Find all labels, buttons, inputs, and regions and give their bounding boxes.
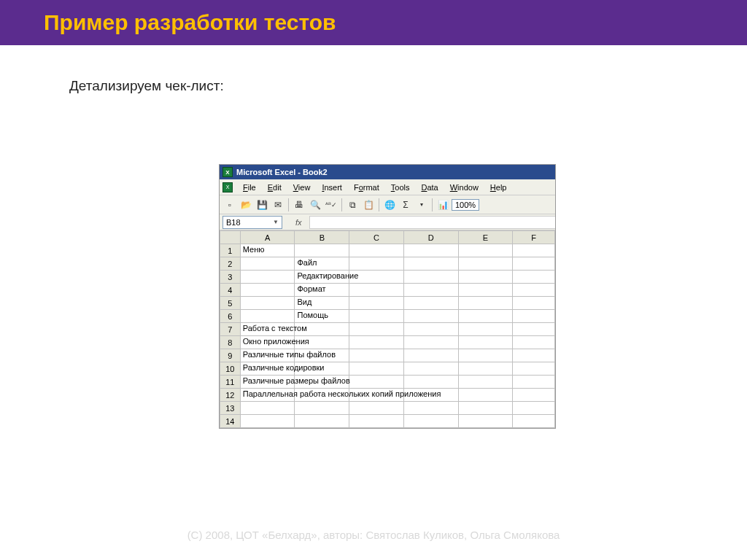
cell[interactable] — [295, 402, 349, 415]
menu-tools[interactable]: Tools — [385, 182, 416, 193]
row-header[interactable]: 10 — [220, 362, 241, 376]
cell[interactable] — [403, 284, 458, 297]
cell[interactable] — [458, 244, 513, 257]
save-icon[interactable]: 💾 — [255, 198, 269, 212]
col-header-F[interactable]: F — [513, 231, 555, 244]
cell[interactable]: Формат — [295, 284, 349, 297]
new-icon[interactable]: ▫ — [222, 198, 237, 212]
dropdown-icon[interactable]: ▾ — [414, 198, 429, 212]
menu-edit[interactable]: Edit — [262, 182, 287, 193]
row-header[interactable]: 4 — [220, 284, 241, 297]
cell[interactable]: Помощь — [295, 310, 349, 323]
row-header[interactable]: 2 — [220, 257, 241, 271]
copy-icon[interactable]: ⧉ — [345, 198, 360, 212]
col-header-A[interactable]: A — [240, 231, 295, 244]
row-header[interactable]: 14 — [220, 415, 241, 428]
cell[interactable] — [403, 323, 458, 336]
open-icon[interactable]: 📂 — [239, 198, 253, 212]
cell[interactable] — [349, 376, 404, 389]
cell[interactable] — [240, 284, 295, 297]
cell[interactable] — [349, 349, 404, 362]
cell[interactable] — [458, 362, 513, 376]
row-header[interactable]: 7 — [220, 323, 241, 336]
print-preview-icon[interactable]: 🔍 — [308, 198, 322, 212]
spellcheck-icon[interactable]: ᴬᴮ✓ — [324, 198, 338, 212]
cell[interactable] — [403, 336, 458, 349]
cell[interactable] — [403, 362, 458, 376]
cell[interactable] — [458, 271, 513, 284]
spreadsheet-grid[interactable]: A B C D E F 1Меню2Файл3Редактирование4Фо… — [220, 230, 555, 428]
name-box[interactable]: B18 ▼ — [222, 216, 282, 229]
cell[interactable] — [403, 297, 458, 310]
cell[interactable] — [513, 323, 555, 336]
autosum-icon[interactable]: Σ — [398, 198, 413, 212]
fx-icon[interactable]: fx — [295, 218, 302, 227]
formula-input[interactable] — [309, 216, 555, 229]
col-header-D[interactable]: D — [403, 231, 458, 244]
excel-doc-icon[interactable]: X — [222, 182, 233, 192]
cell[interactable] — [240, 271, 295, 284]
menu-window[interactable]: Window — [444, 182, 484, 193]
cell[interactable] — [458, 310, 513, 323]
cell[interactable] — [513, 310, 555, 323]
row-header[interactable]: 1 — [220, 244, 241, 257]
print-icon[interactable]: 🖶 — [292, 198, 306, 212]
cell[interactable] — [240, 402, 295, 415]
paste-icon[interactable]: 📋 — [361, 198, 376, 212]
cell[interactable] — [458, 376, 513, 389]
cell[interactable]: Вид — [295, 297, 349, 310]
cell[interactable] — [295, 415, 349, 428]
row-header[interactable]: 8 — [220, 336, 241, 349]
row-header[interactable]: 6 — [220, 310, 241, 323]
row-header[interactable]: 3 — [220, 271, 241, 284]
cell[interactable] — [458, 415, 513, 428]
cell[interactable] — [458, 284, 513, 297]
col-header-E[interactable]: E — [458, 231, 513, 244]
cell[interactable] — [458, 336, 513, 349]
cell[interactable] — [403, 310, 458, 323]
dropdown-arrow-icon[interactable]: ▼ — [273, 219, 279, 225]
cell[interactable] — [240, 257, 295, 271]
row-header[interactable]: 9 — [220, 349, 241, 362]
cell[interactable] — [458, 297, 513, 310]
chart-icon[interactable]: 📊 — [436, 198, 450, 212]
cell[interactable] — [458, 323, 513, 336]
cell[interactable] — [403, 402, 458, 415]
cell[interactable]: Меню — [240, 244, 295, 257]
cell[interactable]: Окно приложения — [240, 336, 295, 349]
mail-icon[interactable]: ✉ — [271, 198, 285, 212]
cell[interactable] — [349, 362, 404, 376]
cell[interactable] — [349, 415, 404, 428]
cell[interactable]: Работа с текстом — [240, 323, 295, 336]
row-header[interactable]: 12 — [220, 389, 241, 402]
cell[interactable]: Файл — [295, 257, 349, 271]
cell[interactable] — [513, 415, 555, 428]
cell[interactable]: Различные кодировки — [240, 362, 295, 376]
cell[interactable] — [349, 297, 404, 310]
cell[interactable] — [458, 257, 513, 271]
cell[interactable] — [240, 415, 295, 428]
cell[interactable] — [403, 415, 458, 428]
cell[interactable] — [458, 402, 513, 415]
cell[interactable] — [513, 349, 555, 362]
cell[interactable] — [513, 244, 555, 257]
menu-format[interactable]: Format — [348, 182, 385, 193]
cell[interactable] — [403, 349, 458, 362]
row-header[interactable]: 11 — [220, 376, 241, 389]
col-header-B[interactable]: B — [295, 231, 349, 244]
cell[interactable] — [513, 284, 555, 297]
select-all-corner[interactable] — [220, 231, 241, 244]
zoom-selector[interactable]: 100% — [452, 199, 479, 211]
cell[interactable] — [349, 336, 404, 349]
cell[interactable] — [513, 271, 555, 284]
cell[interactable] — [513, 336, 555, 349]
cell[interactable] — [403, 244, 458, 257]
cell[interactable] — [349, 284, 404, 297]
cell[interactable] — [240, 310, 295, 323]
menu-insert[interactable]: Insert — [316, 182, 348, 193]
cell[interactable]: Различные типы файлов — [240, 349, 295, 362]
menu-file[interactable]: File — [237, 182, 262, 193]
cell[interactable] — [458, 349, 513, 362]
cell[interactable] — [403, 257, 458, 271]
cell[interactable] — [513, 376, 555, 389]
